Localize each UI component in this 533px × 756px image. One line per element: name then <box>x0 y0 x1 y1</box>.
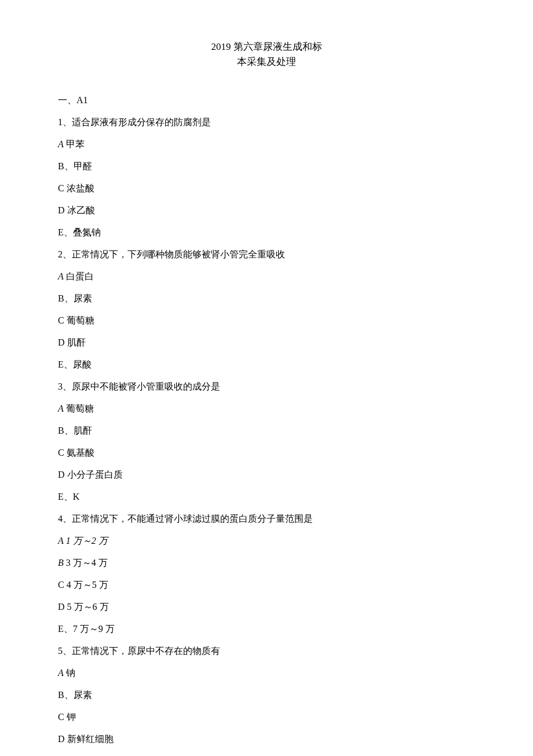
option-text: 浓盐酸 <box>67 183 94 193</box>
question-option: E、叠氮钠 <box>58 226 475 239</box>
option-separator: 、 <box>64 492 73 501</box>
question-option: C 葡萄糖 <box>58 314 475 328</box>
option-separator: 、 <box>64 227 73 237</box>
option-prefix: C <box>58 580 64 590</box>
option-prefix: E <box>58 359 64 369</box>
option-text: 小分子蛋白质 <box>67 470 123 479</box>
option-text: 1 万～2 万 <box>66 536 108 546</box>
option-prefix: E <box>58 227 64 237</box>
question-option: A 白蛋白 <box>58 270 475 284</box>
option-text: 4 万～5 万 <box>67 580 108 590</box>
option-prefix: C <box>58 448 64 457</box>
question-option: D 冰乙酸 <box>58 203 475 217</box>
option-prefix: A <box>58 139 64 149</box>
question-option: D 新鲜红细胞 <box>58 732 475 746</box>
option-prefix: B <box>58 558 64 568</box>
option-text: 新鲜红细胞 <box>67 734 114 744</box>
option-text: 肌酐 <box>74 426 92 435</box>
question-option: C 氨基酸 <box>58 446 475 460</box>
option-separator: 、 <box>64 624 73 634</box>
question-option: B、肌酐 <box>58 424 475 438</box>
question-option: E、尿酸 <box>58 358 475 372</box>
option-prefix: D <box>58 470 65 479</box>
option-separator: 、 <box>64 690 74 700</box>
option-prefix: E <box>58 624 64 634</box>
option-text: 葡萄糖 <box>67 315 94 325</box>
option-prefix: A <box>58 404 64 413</box>
title-line-2: 本采集及处理 <box>58 54 475 70</box>
option-prefix: D <box>58 337 65 347</box>
question-stem: 5、正常情况下，原尿中不存在的物质有 <box>58 644 475 658</box>
option-text: 尿素 <box>74 293 92 303</box>
section-heading: 一、A1 <box>58 93 475 107</box>
question-option: B、尿素 <box>58 688 475 702</box>
option-prefix: E <box>58 492 64 501</box>
question-option: E、K <box>58 490 475 504</box>
option-text: 钾 <box>67 712 76 722</box>
option-text: 尿酸 <box>73 359 92 369</box>
option-text: 肌酐 <box>67 337 86 347</box>
question-option: D 小分子蛋白质 <box>58 468 475 482</box>
option-text: 钠 <box>66 668 75 678</box>
option-prefix: D <box>58 602 65 612</box>
question-option: D 肌酐 <box>58 336 475 350</box>
question-option: E、7 万～9 万 <box>58 622 475 636</box>
question-option: C 4 万～5 万 <box>58 578 475 592</box>
option-prefix: B <box>58 690 64 700</box>
option-prefix: B <box>58 426 64 435</box>
question-stem: 1、适合尿液有形成分保存的防腐剂是 <box>58 115 475 129</box>
question-option: A 葡萄糖 <box>58 402 475 416</box>
question-stem: 3、原尿中不能被肾小管重吸收的成分是 <box>58 380 475 394</box>
document-title: 2019 第六章尿液生成和标 本采集及处理 <box>58 39 475 69</box>
question-option: C 钾 <box>58 710 475 724</box>
option-separator: 、 <box>64 426 74 435</box>
option-prefix: B <box>58 161 64 171</box>
option-prefix: B <box>58 293 64 303</box>
option-text: 冰乙酸 <box>67 205 95 215</box>
option-text: 叠氮钠 <box>73 227 101 237</box>
question-stem: 2、正常情况下，下列哪种物质能够被肾小管完全重吸收 <box>58 248 475 261</box>
question-stem: 4、正常情况下，不能通过肾小球滤过膜的蛋白质分子量范围是 <box>58 512 475 526</box>
option-prefix: C <box>58 315 64 325</box>
question-option: B 3 万～4 万 <box>58 556 475 570</box>
question-option: A 钠 <box>58 666 475 680</box>
option-prefix: A <box>58 668 64 678</box>
question-option: B、甲醛 <box>58 159 475 173</box>
option-text: 葡萄糖 <box>66 404 94 413</box>
document-page: 2019 第六章尿液生成和标 本采集及处理 一、A1 1、适合尿液有形成分保存的… <box>0 0 533 756</box>
question-option: A 甲苯 <box>58 137 475 151</box>
option-prefix: C <box>58 183 64 193</box>
option-prefix: C <box>58 712 64 722</box>
option-text: 3 万～4 万 <box>66 558 108 568</box>
title-line-1: 2019 第六章尿液生成和标 <box>58 39 475 54</box>
question-option: D 5 万～6 万 <box>58 600 475 614</box>
question-option: C 浓盐酸 <box>58 181 475 195</box>
option-separator: 、 <box>64 359 73 369</box>
option-text: 甲醛 <box>74 161 92 171</box>
option-text: 氨基酸 <box>67 448 94 457</box>
option-text: 甲苯 <box>66 139 85 149</box>
question-option: A 1 万～2 万 <box>58 534 475 548</box>
option-text: 5 万～6 万 <box>67 602 109 612</box>
option-prefix: A <box>58 536 64 546</box>
option-prefix: A <box>58 271 64 281</box>
option-text: 白蛋白 <box>66 271 94 281</box>
option-text: 7 万～9 万 <box>73 624 115 634</box>
question-option: B、尿素 <box>58 292 475 306</box>
option-text: 尿素 <box>74 690 92 700</box>
option-prefix: D <box>58 734 65 744</box>
option-separator: 、 <box>64 161 74 171</box>
option-text: K <box>73 492 80 501</box>
questions-container: 1、适合尿液有形成分保存的防腐剂是A 甲苯B、甲醛C 浓盐酸D 冰乙酸E、叠氮钠… <box>58 115 475 756</box>
option-separator: 、 <box>64 293 74 303</box>
option-prefix: D <box>58 205 65 215</box>
